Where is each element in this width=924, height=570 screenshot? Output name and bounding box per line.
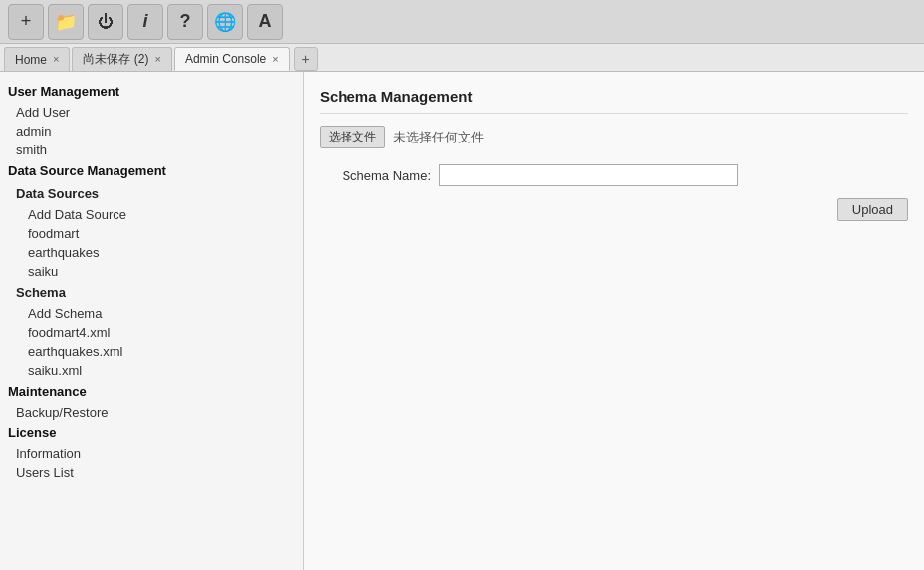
new-tab-button[interactable]: + xyxy=(294,47,318,71)
choose-file-button[interactable]: 选择文件 xyxy=(320,126,385,148)
schema-header: Schema xyxy=(0,281,303,304)
sidebar-item-earthquakes-xml[interactable]: earthquakes.xml xyxy=(0,342,303,361)
help-icon: ? xyxy=(180,11,191,32)
sidebar-item-admin[interactable]: admin xyxy=(0,122,303,141)
tab-admin-console[interactable]: Admin Console × xyxy=(174,47,290,71)
info-button[interactable]: i xyxy=(127,4,163,40)
sidebar-item-add-data-source[interactable]: Add Data Source xyxy=(0,205,303,224)
sidebar-item-information[interactable]: Information xyxy=(0,444,303,463)
tab-home-close[interactable]: × xyxy=(53,54,59,65)
tab-unsaved[interactable]: 尚未保存 (2) × xyxy=(72,47,171,71)
upload-row: Upload xyxy=(320,198,908,221)
add-button[interactable]: + xyxy=(8,4,44,40)
tab-admin-console-close[interactable]: × xyxy=(272,54,278,65)
globe-button[interactable]: 🌐 xyxy=(207,4,243,40)
tab-home[interactable]: Home × xyxy=(4,47,70,71)
content-area: Schema Management 选择文件 未选择任何文件 Schema Na… xyxy=(304,72,924,570)
sidebar: User Management Add User admin smith Dat… xyxy=(0,72,304,570)
tab-home-label: Home xyxy=(15,53,47,67)
sidebar-item-saiku[interactable]: saiku xyxy=(0,262,303,281)
sidebar-item-saiku-xml[interactable]: saiku.xml xyxy=(0,361,303,380)
data-source-management-header: Data Source Management xyxy=(0,159,303,182)
folder-icon: 📁 xyxy=(55,11,77,33)
sidebar-item-backup-restore[interactable]: Backup/Restore xyxy=(0,403,303,422)
user-button[interactable]: A xyxy=(247,4,283,40)
sidebar-item-add-user[interactable]: Add User xyxy=(0,103,303,122)
sidebar-item-add-schema[interactable]: Add Schema xyxy=(0,304,303,323)
globe-icon: 🌐 xyxy=(214,11,236,33)
sidebar-item-smith[interactable]: smith xyxy=(0,141,303,159)
schema-name-label: Schema Name: xyxy=(320,168,439,183)
tab-unsaved-label: 尚未保存 (2) xyxy=(83,51,148,68)
info-icon: i xyxy=(142,11,147,32)
maintenance-header: Maintenance xyxy=(0,380,303,403)
license-header: License xyxy=(0,422,303,444)
tabs-bar: Home × 尚未保存 (2) × Admin Console × + xyxy=(0,44,924,72)
sidebar-item-users-list[interactable]: Users List xyxy=(0,463,303,482)
main-layout: User Management Add User admin smith Dat… xyxy=(0,72,924,570)
add-icon: + xyxy=(21,11,32,32)
power-icon: ⏻ xyxy=(98,13,114,31)
tab-admin-console-label: Admin Console xyxy=(185,52,266,66)
file-picker-row: 选择文件 未选择任何文件 xyxy=(320,126,908,148)
tab-unsaved-close[interactable]: × xyxy=(154,54,160,65)
sidebar-item-foodmart[interactable]: foodmart xyxy=(0,224,303,243)
sidebar-item-earthquakes[interactable]: earthquakes xyxy=(0,243,303,262)
page-title: Schema Management xyxy=(320,88,908,114)
sidebar-item-foodmart-xml[interactable]: foodmart4.xml xyxy=(0,323,303,342)
user-icon: A xyxy=(259,11,272,32)
data-sources-header: Data Sources xyxy=(0,182,303,205)
schema-name-row: Schema Name: xyxy=(320,164,908,186)
no-file-label: 未选择任何文件 xyxy=(393,129,484,146)
toolbar: + 📁 ⏻ i ? 🌐 A xyxy=(0,0,924,44)
upload-button[interactable]: Upload xyxy=(837,198,908,221)
power-button[interactable]: ⏻ xyxy=(88,4,123,40)
help-button[interactable]: ? xyxy=(167,4,203,40)
schema-name-input[interactable] xyxy=(439,164,738,186)
folder-button[interactable]: 📁 xyxy=(48,4,84,40)
user-management-header: User Management xyxy=(0,80,303,103)
